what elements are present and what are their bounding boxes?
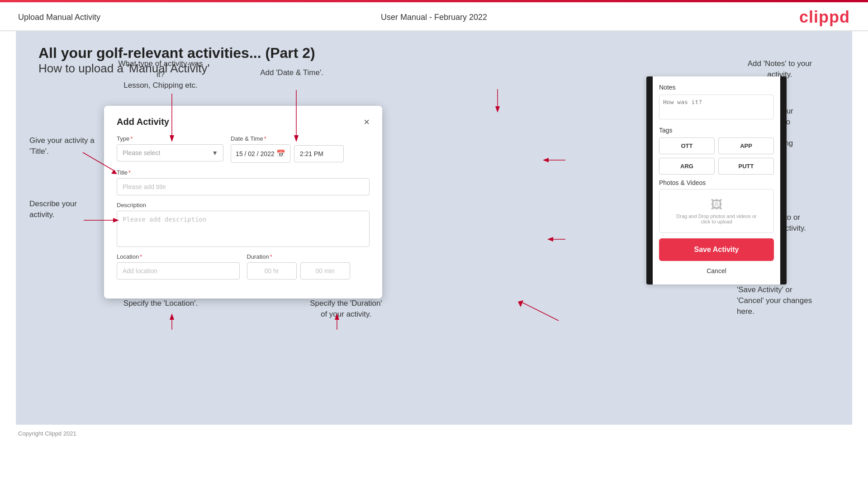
svg-marker-15 <box>543 158 549 162</box>
svg-marker-17 <box>547 237 553 242</box>
duration-inputs <box>247 262 370 280</box>
title-input[interactable] <box>117 178 370 195</box>
desc-annotation: Describe your activity. <box>29 199 77 220</box>
svg-marker-9 <box>170 313 174 320</box>
cancel-button[interactable]: Cancel <box>659 265 774 277</box>
type-select[interactable]: Please select <box>117 144 223 161</box>
type-date-row: Type* Please select ▼ Date & Time* 15 / … <box>117 135 370 163</box>
save-activity-button[interactable]: Save Activity <box>659 238 774 261</box>
location-group: Location* <box>117 253 240 280</box>
location-input[interactable] <box>117 262 240 280</box>
notes-section-label: Notes <box>659 84 774 91</box>
tags-label: Tags <box>659 127 774 134</box>
page-title: Upload Manual Activity <box>18 13 100 22</box>
modal-header: Add Activity × <box>117 117 370 127</box>
top-bar: Upload Manual Activity User Manual - Feb… <box>0 2 868 31</box>
photos-section: Photos & Videos 🖼 Drag and Drop photos a… <box>659 179 774 233</box>
tag-ott[interactable]: OTT <box>659 137 715 154</box>
date-annotation: Add 'Date & Time'. <box>247 67 337 78</box>
date-label: Date & Time* <box>231 135 370 142</box>
svg-marker-13 <box>495 106 500 113</box>
tags-section: Tags OTT APP ARG PUTT <box>659 127 774 175</box>
svg-marker-19 <box>518 300 523 307</box>
description-input[interactable] <box>117 211 370 247</box>
clippd-logo: clippd <box>799 8 850 27</box>
duration-min-input[interactable] <box>300 262 350 280</box>
tag-arg[interactable]: ARG <box>659 158 715 175</box>
type-group: Type* Please select ▼ <box>117 135 223 163</box>
notes-input[interactable] <box>659 95 774 119</box>
date-group: Date & Time* 15 / 02 / 2022 📅 2:21 PM <box>231 135 370 163</box>
type-select-wrapper: Please select ▼ <box>117 144 223 161</box>
tag-putt[interactable]: PUTT <box>718 158 774 175</box>
date-time-group: 15 / 02 / 2022 📅 2:21 PM <box>231 144 370 163</box>
title-group: Title* <box>117 169 370 195</box>
date-value: 15 / 02 / 2022 <box>236 150 275 157</box>
location-label: Location* <box>117 253 240 260</box>
main-content: All your golf-relevant activities... (Pa… <box>16 31 852 425</box>
title-annotation: Give your activity a 'Title'. <box>29 135 95 157</box>
modal-close-button[interactable]: × <box>364 117 370 127</box>
type-label: Type* <box>117 135 223 142</box>
duration-group: Duration* <box>247 253 370 280</box>
upload-icon: 🖼 <box>663 198 770 212</box>
upload-hint: Drag and Drop photos and videos or click… <box>663 213 770 224</box>
manual-label: User Manual - February 2022 <box>381 13 487 22</box>
tag-app[interactable]: APP <box>718 137 774 154</box>
phone-panel: Notes Tags OTT APP ARG PUTT Photos & Vid… <box>646 76 787 284</box>
add-activity-modal: Add Activity × Type* Please select ▼ Dat… <box>104 106 382 298</box>
type-annotation: What type of activity was it? Lesson, Ch… <box>115 58 206 90</box>
location-duration-row: Location* Duration* <box>117 253 370 280</box>
description-group: Description <box>117 202 370 247</box>
duration-label: Duration* <box>247 253 370 260</box>
title-label: Title* <box>117 169 370 176</box>
modal-title: Add Activity <box>117 117 169 127</box>
footer: Copyright Clippd 2021 <box>0 425 868 442</box>
time-input[interactable]: 2:21 PM <box>294 145 344 162</box>
photos-upload-area[interactable]: 🖼 Drag and Drop photos and videos or cli… <box>659 189 774 233</box>
photos-label: Photos & Videos <box>659 179 774 186</box>
calendar-icon: 📅 <box>276 149 285 158</box>
date-input[interactable]: 15 / 02 / 2022 📅 <box>231 144 290 163</box>
tags-grid: OTT APP ARG PUTT <box>659 137 774 175</box>
copyright: Copyright Clippd 2021 <box>18 430 76 437</box>
desc-label: Description <box>117 202 370 208</box>
svg-line-18 <box>522 303 559 321</box>
phone-right-bar <box>780 76 787 284</box>
phone-inner: Notes Tags OTT APP ARG PUTT Photos & Vid… <box>653 76 780 284</box>
duration-annotation: Specify the 'Duration' of your activity. <box>283 298 409 320</box>
duration-hr-input[interactable] <box>247 262 297 280</box>
phone-left-bar <box>646 76 653 284</box>
save-annotation: 'Save Activity' or 'Cancel' your changes… <box>737 284 845 317</box>
location-annotation: Specify the 'Location'. <box>115 298 206 309</box>
